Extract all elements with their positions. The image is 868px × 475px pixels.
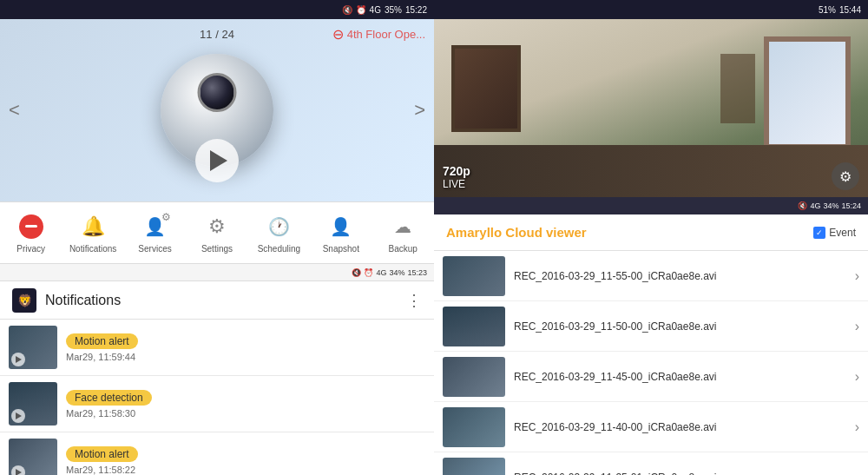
camera-counter: 11 / 24 [200, 28, 234, 41]
event-filter-button[interactable]: ✓ Event [813, 227, 856, 239]
scheduling-label: Scheduling [258, 244, 300, 254]
settings-gear-icon[interactable]: ⚙ [832, 162, 859, 190]
live-badge: LIVE [443, 178, 470, 190]
signal-label: 4G [370, 5, 381, 15]
recording-thumbnail [443, 458, 505, 476]
mute2-icon: 🔇 [352, 268, 361, 277]
nav-right-arrow[interactable]: > [405, 90, 434, 130]
thumb-play-icon [11, 465, 25, 475]
time-label: 15:22 [405, 5, 427, 15]
camera-location: ⊖ 4th Floor Ope... [332, 26, 425, 43]
recording-item[interactable]: REC_2016-03-29_11-35-01_iCRa0ae8e.avi › [434, 452, 868, 475]
chevron-right-icon: › [855, 419, 859, 435]
recording-name: REC_2016-03-29_11-55-00_iCRa0ae8e.avi [514, 270, 846, 282]
chevron-right-icon: › [855, 470, 859, 476]
recording-thumbnail [443, 256, 505, 296]
cloud-title: Amaryllo Cloud viewer [446, 225, 805, 240]
notif-tag: Motion alert [66, 446, 138, 462]
bell-icon: 🔔 [79, 213, 107, 241]
live-feed: 720p LIVE ⚙ [434, 19, 868, 197]
status-bar-right2: 🔇 4G 34% 15:24 [434, 197, 868, 214]
recording-name: REC_2016-03-29_11-35-01_iCRa0ae8e.avi [514, 472, 846, 476]
notif-thumbnail [9, 439, 57, 475]
menu-item-notifications[interactable]: 🔔 Notifications [67, 213, 119, 254]
services-icon: 👤 ⚙ [141, 213, 169, 241]
menu-item-scheduling[interactable]: 🕐 Scheduling [253, 213, 305, 254]
room-furniture [434, 145, 868, 197]
app-logo: 🦁 [12, 288, 36, 313]
notifications-title: Notifications [45, 293, 398, 308]
menu-item-privacy[interactable]: Privacy [5, 213, 57, 254]
notif-thumbnail [9, 326, 57, 369]
right-panel: 51% 15:44 720p LIVE ⚙ 🔇 4G 34% 15:24 Ama… [434, 0, 868, 475]
notif-content: Motion alert Mar29, 11:58:22 [66, 445, 425, 475]
backup-label: Backup [389, 244, 418, 254]
snapshot-icon: 👤 [327, 213, 355, 241]
notification-item[interactable]: Face detection Mar29, 11:58:30 [0, 376, 434, 432]
services-label: Services [138, 244, 171, 254]
event-label: Event [829, 227, 856, 239]
recording-name: REC_2016-03-29_11-40-00_iCRa0ae8e.avi [514, 421, 846, 433]
notif-tag: Motion alert [66, 333, 138, 349]
notif-time: Mar29, 11:59:44 [66, 352, 425, 362]
more-options-icon[interactable]: ⋮ [406, 291, 422, 310]
recording-thumbnail [443, 407, 505, 447]
alarm-icon: ⏰ [356, 5, 366, 15]
recording-thumbnail [443, 307, 505, 346]
cloud-panel: Amaryllo Cloud viewer ✓ Event REC_2016-0… [434, 214, 868, 475]
recording-item[interactable]: REC_2016-03-29_11-40-00_iCRa0ae8e.avi › [434, 402, 868, 452]
recording-name: REC_2016-03-29_11-50-00_iCRa0ae8e.avi [514, 320, 846, 333]
privacy-icon [17, 213, 45, 241]
live-feed-overlay: 720p LIVE [443, 164, 470, 190]
recording-name: REC_2016-03-29_11-45-00_iCRa0ae8e.avi [514, 371, 846, 383]
cloud-header: Amaryllo Cloud viewer ✓ Event [434, 214, 868, 251]
chevron-right-icon: › [855, 268, 859, 284]
menu-item-snapshot[interactable]: 👤 Snapshot [315, 213, 367, 254]
room-window [764, 36, 851, 149]
snapshot-label: Snapshot [323, 244, 359, 254]
location-dot: ⊖ [332, 26, 344, 43]
settings-icon: ⚙ [203, 213, 231, 241]
event-checkbox: ✓ [813, 227, 825, 239]
camera-menu: Privacy 🔔 Notifications 👤 ⚙ Services ⚙ S… [0, 201, 434, 264]
nav-left-arrow[interactable]: < [0, 90, 29, 130]
room-scene [434, 19, 868, 197]
recording-item[interactable]: REC_2016-03-29_11-55-00_iCRa0ae8e.avi › [434, 251, 868, 301]
battery-label: 35% [385, 5, 402, 15]
recording-item[interactable]: REC_2016-03-29_11-50-00_iCRa0ae8e.avi › [434, 301, 868, 352]
battery2-label: 34% [389, 268, 404, 277]
status-bar-mid: 🔇 ⏰ 4G 34% 15:23 [0, 264, 434, 281]
notifications-panel: 🦁 Notifications ⋮ Motion alert Mar29, 11… [0, 281, 434, 475]
time-right2-label: 15:24 [841, 201, 861, 210]
left-panel: 🔇 ⏰ 4G 35% 15:22 11 / 24 ⊖ 4th Floor Ope… [0, 0, 434, 475]
camera-sphere [161, 54, 273, 167]
menu-item-backup[interactable]: ☁ Backup [377, 213, 429, 254]
privacy-label: Privacy [16, 244, 45, 254]
recording-item[interactable]: REC_2016-03-29_11-45-00_iCRa0ae8e.avi › [434, 352, 868, 402]
signal2-label: 4G [376, 268, 386, 277]
settings-label: Settings [201, 244, 233, 254]
battery-right-label: 51% [819, 5, 836, 15]
time-right-label: 15:44 [839, 5, 861, 15]
video-quality: 720p [443, 164, 470, 178]
menu-item-settings[interactable]: ⚙ Settings [191, 213, 243, 254]
camera-view: 11 / 24 ⊖ 4th Floor Ope... < > [0, 19, 434, 201]
recording-list: REC_2016-03-29_11-55-00_iCRa0ae8e.avi › … [434, 251, 868, 475]
notifications-label: Notifications [69, 244, 116, 254]
notification-item[interactable]: Motion alert Mar29, 11:59:44 [0, 320, 434, 376]
thumb-play-icon [11, 353, 25, 366]
signal-right2-label: 4G [810, 201, 820, 210]
scheduling-icon: 🕐 [265, 213, 293, 241]
camera-lens [198, 73, 237, 112]
play-button[interactable] [195, 139, 239, 182]
backup-icon: ☁ [389, 213, 417, 241]
status-bar-left: 🔇 ⏰ 4G 35% 15:22 [0, 0, 434, 19]
notif-thumbnail [9, 382, 57, 426]
menu-item-services[interactable]: 👤 ⚙ Services [129, 213, 181, 254]
camera-sphere-container [161, 54, 273, 167]
time2-label: 15:23 [407, 268, 427, 277]
mute-icon: 🔇 [342, 5, 352, 15]
recording-thumbnail [443, 357, 505, 397]
notification-item[interactable]: Motion alert Mar29, 11:58:22 [0, 432, 434, 475]
alarm2-icon: ⏰ [364, 268, 373, 277]
